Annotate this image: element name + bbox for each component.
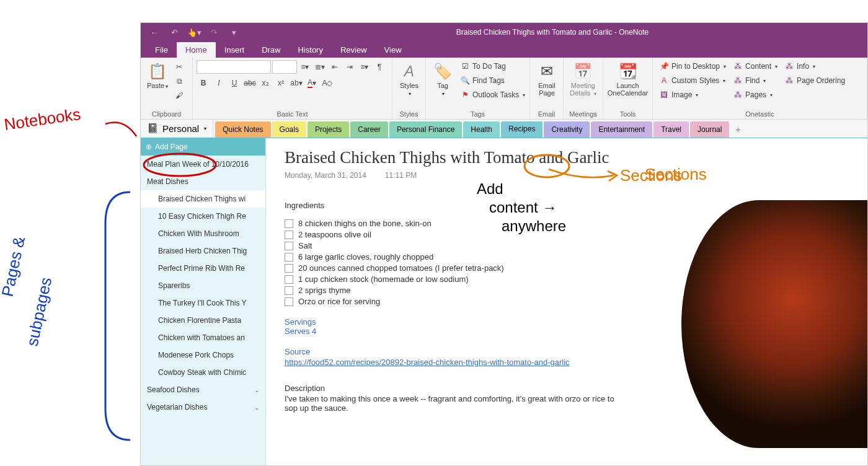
section-tab-creativity[interactable]: Creativity (544, 121, 590, 138)
page-item[interactable]: 10 Easy Chicken Thigh Re (141, 208, 265, 225)
italic-icon[interactable]: I (212, 76, 226, 90)
section-tab-entertainment[interactable]: Entertainment (591, 121, 652, 138)
group-styles-label: Styles (396, 110, 422, 119)
underline-icon[interactable]: U (228, 76, 241, 90)
subscript-icon[interactable]: x₂ (259, 76, 272, 90)
bullets-icon[interactable]: ≡▾ (298, 60, 312, 74)
annotation-notebooks: Notebooks (0, 105, 149, 155)
pages-button[interactable]: ⁂Pages▾ (730, 89, 780, 101)
notebook-name: Personal (162, 123, 199, 134)
chevron-down-icon: ⌄ (254, 404, 259, 411)
font-size-select[interactable] (272, 60, 297, 74)
page-item[interactable]: Chicken With Mushroom (141, 225, 265, 242)
font-family-select[interactable] (197, 60, 271, 74)
checkbox-icon[interactable] (285, 253, 293, 262)
align-icon[interactable]: ≡▾ (358, 60, 371, 74)
page-item[interactable]: The Turkey I'll Cook This Y (141, 294, 265, 312)
pin-desktop-button[interactable]: 📌Pin to Desktop▾ (657, 60, 728, 73)
page-item[interactable]: Braised Herb Chicken Thig (141, 242, 265, 260)
section-tab-quick-notes[interactable]: Quick Notes (215, 121, 270, 138)
page-item[interactable]: Chicken with Tomatoes an (141, 329, 265, 346)
page-item[interactable]: Meat Dishes (141, 173, 265, 190)
page-title[interactable]: Braised Chicken Thighs with Tomato and G… (285, 148, 849, 167)
page-content[interactable]: Braised Chicken Thighs with Tomato and G… (266, 138, 867, 465)
undo-icon[interactable]: ↶ (166, 25, 183, 40)
tab-review[interactable]: Review (332, 42, 376, 58)
checkbox-icon[interactable] (285, 275, 293, 284)
checkbox-icon[interactable] (285, 297, 293, 306)
add-section-button[interactable]: + (730, 121, 745, 138)
meeting-details-button[interactable]: 📅Meeting Details ▾ (567, 60, 599, 99)
section-tab-projects[interactable]: Projects (308, 121, 349, 138)
source-link[interactable]: https://food52.com/recipes/20892-braised… (285, 358, 570, 367)
tab-insert[interactable]: Insert (216, 42, 254, 58)
section-tab-health[interactable]: Health (463, 121, 500, 138)
section-tab-travel[interactable]: Travel (653, 121, 689, 138)
group-clipboard-label: Clipboard (144, 110, 188, 119)
flag-icon: ⚑ (460, 90, 470, 100)
envelope-icon: ✉ (537, 61, 557, 81)
strike-icon[interactable]: abc (243, 76, 257, 90)
checkbox-icon[interactable] (285, 219, 293, 228)
page-item[interactable]: Perfect Prime Rib With Re (141, 260, 265, 277)
tab-file[interactable]: File (146, 42, 177, 58)
page-item[interactable]: Cowboy Steak with Chimic (141, 364, 265, 381)
page-item[interactable]: Vegetarian Dishes⌄ (141, 398, 265, 416)
paragraph-icon[interactable]: ¶ (373, 60, 386, 74)
back-icon[interactable]: ← (146, 25, 163, 40)
find-tags-button[interactable]: 🔍Find Tags (458, 74, 528, 87)
pin-icon: 📌 (659, 61, 669, 71)
section-tab-recipes[interactable]: Recipes (501, 121, 542, 138)
copy-icon[interactable]: ⧉ (172, 74, 186, 88)
onenote-window: ← ↶ 👆▾ ↷ ▾ Braised Chicken Thighs with T… (140, 22, 868, 466)
numbering-icon[interactable]: ≣▾ (313, 60, 327, 74)
image-button[interactable]: 🖼Image▾ (657, 89, 728, 101)
section-tab-journal[interactable]: Journal (690, 121, 729, 138)
section-tab-personal-finance[interactable]: Personal Finance (389, 121, 462, 138)
find-button[interactable]: ⁂Find▾ (730, 74, 780, 87)
tab-view[interactable]: View (376, 42, 410, 58)
checkbox-icon[interactable] (285, 242, 293, 250)
page-item[interactable]: Meal Plan Week of 10/10/2016 (141, 156, 265, 173)
checkbox-icon[interactable] (285, 264, 293, 273)
styles-button[interactable]: AStyles▾ (396, 60, 422, 99)
email-page-button[interactable]: ✉Email Page (534, 60, 560, 98)
info-button[interactable]: ⁂Info▾ (782, 60, 848, 73)
tab-home[interactable]: Home (177, 42, 216, 58)
paste-button[interactable]: 📋 Paste▾ (144, 60, 170, 91)
launch-onecalendar-button[interactable]: 📆Launch OneCalendar (607, 60, 649, 98)
content-button[interactable]: ⁂Content▾ (730, 60, 780, 73)
bold-icon[interactable]: B (197, 76, 210, 90)
section-tab-goals[interactable]: Goals (272, 121, 306, 138)
page-item[interactable]: Chicken Florentine Pasta (141, 312, 265, 329)
tab-draw[interactable]: Draw (253, 42, 289, 58)
page-ordering-button[interactable]: ⁂Page Ordering (782, 74, 848, 87)
todo-tag-button[interactable]: ☑To Do Tag (458, 60, 528, 73)
add-page-button[interactable]: ⊕Add Page (141, 138, 265, 156)
qat-customize-icon[interactable]: ▾ (225, 25, 242, 40)
page-list: ⊕Add Page Meal Plan Week of 10/10/2016Me… (141, 138, 266, 465)
custom-styles-button[interactable]: ACustom Styles▾ (657, 74, 728, 87)
section-tab-career[interactable]: Career (350, 121, 388, 138)
font-color-icon[interactable]: A▾ (305, 76, 319, 90)
outlook-tasks-button[interactable]: ⚑Outlook Tasks▾ (458, 89, 528, 101)
page-item[interactable]: Seafood Dishes⌄ (141, 381, 265, 398)
tag-button[interactable]: 🏷️Tag▾ (430, 60, 456, 99)
format-painter-icon[interactable]: 🖌 (172, 89, 186, 102)
touch-mode-icon[interactable]: 👆▾ (185, 25, 203, 40)
tab-history[interactable]: History (290, 42, 332, 58)
page-item[interactable]: Braised Chicken Thighs wi (141, 190, 265, 208)
cut-icon[interactable]: ✂ (172, 60, 186, 74)
clear-format-icon[interactable]: A◇ (321, 76, 334, 90)
highlight-icon[interactable]: ab▾ (290, 76, 303, 90)
page-item[interactable]: Spareribs (141, 277, 265, 294)
outdent-icon[interactable]: ⇤ (328, 60, 342, 74)
checkbox-icon[interactable] (285, 286, 293, 295)
checkbox-icon[interactable] (285, 231, 293, 239)
redo-icon[interactable]: ↷ (205, 25, 223, 40)
page-date: Monday, March 31, 2014 (285, 171, 366, 180)
superscript-icon[interactable]: x² (274, 76, 288, 90)
indent-icon[interactable]: ⇥ (343, 60, 356, 74)
page-item[interactable]: Modenese Pork Chops (141, 346, 265, 364)
notebook-dropdown[interactable]: 📓 Personal ▾ (141, 119, 213, 138)
